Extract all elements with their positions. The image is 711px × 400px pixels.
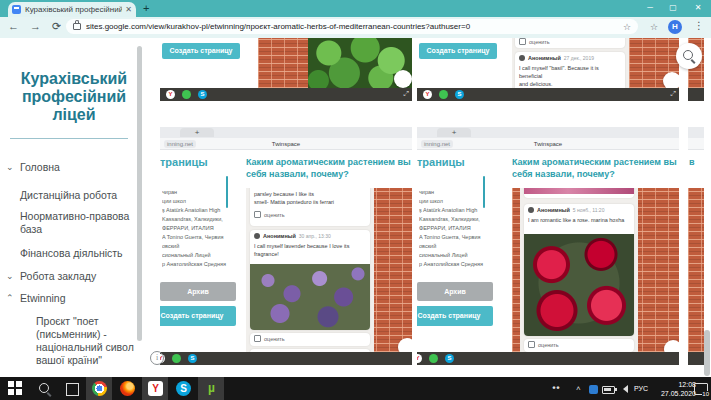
avatar	[528, 207, 534, 213]
sidebar-item-distance-work[interactable]: Дистанційна робота	[6, 189, 150, 202]
forward-icon[interactable]: →	[30, 20, 41, 32]
rate-icon	[519, 38, 526, 45]
brick-wall-photo	[688, 188, 704, 352]
reload-icon[interactable]: ⟳	[52, 20, 61, 33]
bookmark-star-icon[interactable]: ☆	[623, 22, 631, 32]
avatar	[254, 233, 260, 239]
screenshot-column-3-sliver: в	[688, 38, 704, 377]
browser-titlebar: Курахівський професійний ліце ✕ + ─ ▢ ✕	[0, 0, 711, 17]
sidebar-item-finance[interactable]: Фінансова діяльність	[6, 247, 150, 260]
tab-title: Курахівський професійний ліце	[25, 5, 122, 14]
pages-list-item: ции школ	[162, 197, 234, 206]
chevron-down-icon[interactable]: ⌄	[6, 270, 20, 283]
skype-icon[interactable]: S	[176, 381, 191, 396]
close-button[interactable]: ✕	[688, 0, 708, 15]
pages-list-item: чиран	[419, 188, 491, 197]
chrome-icon[interactable]	[92, 381, 107, 396]
whatsapp-icon	[182, 90, 191, 99]
expand-icon: ⤢	[403, 90, 409, 98]
sidebar-scrollbar[interactable]	[137, 46, 142, 341]
taskbar-search-icon[interactable]	[38, 382, 53, 397]
skype-icon: S	[455, 90, 464, 99]
new-tab-button[interactable]: +	[143, 2, 149, 14]
action-center-icon[interactable]: 10	[694, 383, 708, 395]
skype-icon: S	[198, 90, 207, 99]
profile-avatar[interactable]: H	[668, 20, 682, 34]
scroll-fab	[664, 340, 679, 352]
date: 27.05.2020	[652, 389, 696, 398]
embedded-new-tab: +	[180, 128, 214, 137]
pages-list-item: овский	[162, 242, 234, 251]
embedded-page-title: Twinspace	[160, 140, 412, 148]
message-card: Анонимный 27 дек., 2019 I call myself "b…	[515, 52, 625, 88]
message-card	[524, 188, 634, 198]
yandex-browser-icon[interactable]: Y	[148, 381, 163, 396]
embedded-address-bar: inning.net Twinspace	[160, 138, 412, 150]
yandex-icon: Y	[417, 354, 422, 363]
battery-icon[interactable]	[602, 386, 615, 394]
time: 12:08	[652, 380, 696, 389]
chevron-up-icon[interactable]: ⌃	[6, 292, 20, 305]
sidebar-divider	[10, 138, 128, 139]
tab-close-icon[interactable]: ✕	[125, 5, 132, 14]
rate-icon	[254, 211, 261, 218]
expand-icon: ⤢	[670, 90, 676, 98]
embedded-taskbar: Y S	[417, 352, 679, 365]
skype-icon: S	[188, 354, 197, 363]
notification-badge: 10	[702, 391, 709, 397]
yandex-icon: Y	[423, 90, 432, 99]
chat-panel: parsley because I like its smell- Mattia…	[246, 188, 412, 352]
pages-list: чиранции школş Atatürk Anatolian HighKas…	[419, 188, 491, 269]
tray-caret-icon[interactable]: ˄	[576, 377, 581, 400]
rate-button: оценить	[524, 339, 634, 350]
site-title: Курахівський професійний ліцей	[0, 70, 148, 124]
page-scrollbar[interactable]	[704, 330, 710, 376]
screenshot-column-1: Создать страницу Y S ⤢ + inning.net Twin…	[160, 38, 412, 377]
embedded-address-bar	[688, 138, 704, 150]
browser-tab[interactable]: Курахівський професійний ліце ✕	[8, 2, 136, 17]
brick-wall-photo	[258, 38, 308, 88]
embedded-taskbar: Y S ⤢	[417, 88, 679, 101]
clock[interactable]: 12:08 27.05.2020	[652, 380, 696, 398]
pages-list-item: ş Atatürk Anatolian High	[162, 206, 234, 215]
sidebar-item-normative-base[interactable]: Ноормативно-правова база	[6, 210, 136, 236]
search-icon	[683, 50, 693, 60]
sidebar-item-project-poet[interactable]: Проєкт "поет (письменник) - національний…	[6, 315, 144, 367]
tray-app-icon[interactable]	[589, 385, 598, 394]
language-indicator[interactable]: РУС	[634, 377, 648, 400]
archive-button: Архив	[160, 282, 236, 301]
rate-button: оценить	[250, 209, 370, 220]
sidebar-item-etwinning[interactable]: ⌃ Etwinning	[6, 292, 136, 305]
people-icon[interactable]: ꔷꔷ	[552, 385, 564, 393]
bookmark-star-icon[interactable]: ☆	[650, 22, 658, 32]
message-card: Анонимный 5 нояб., 11:20 I am romantic l…	[524, 204, 634, 336]
back-icon[interactable]: ←	[8, 20, 19, 32]
speaker-icon[interactable]	[619, 385, 628, 393]
rate-card: оценить	[515, 38, 625, 48]
maximize-button[interactable]: ▢	[663, 0, 683, 15]
pages-list-item: овский	[419, 242, 491, 251]
embedded-taskbar	[688, 352, 704, 365]
task-view-icon[interactable]	[66, 383, 79, 396]
firefox-icon[interactable]	[120, 381, 135, 396]
address-bar[interactable]: sites.google.com/view/kurakhov-pl/etwinn…	[66, 19, 638, 34]
sidebar-item-holovna[interactable]: ⌄ Головна	[6, 161, 136, 174]
site-search-button[interactable]	[676, 43, 702, 69]
twinspace-question-heading: Каким ароматическим растением вы себя на…	[246, 156, 412, 180]
pages-heading: Страницы	[160, 156, 208, 168]
chevron-down-icon[interactable]: ⌄	[6, 161, 20, 174]
message-card: parsley because I like its smell- Mattia…	[250, 188, 370, 226]
rate-button: оценить	[515, 38, 625, 47]
browser-menu-icon[interactable]: ⋮	[694, 20, 704, 31]
utorrent-icon[interactable]: µ	[204, 381, 219, 396]
start-button[interactable]	[8, 381, 23, 396]
info-icon[interactable]: i	[150, 351, 164, 365]
pages-list-item: A Tonino Guerra, Червия	[419, 233, 491, 242]
sidebar-item-work[interactable]: ⌄ Робота закладу	[6, 270, 136, 283]
rate-card: оценить	[524, 339, 634, 352]
whatsapp-icon	[439, 90, 448, 99]
embedded-tab-bar	[688, 127, 704, 138]
windows-taskbar: Y S µ ꔷꔷ ˄ РУС 12:08 27.05.2020 10	[0, 377, 711, 400]
pages-list-item: Kassandras, Халкидики,	[162, 215, 234, 224]
minimize-button[interactable]: ─	[640, 0, 660, 15]
